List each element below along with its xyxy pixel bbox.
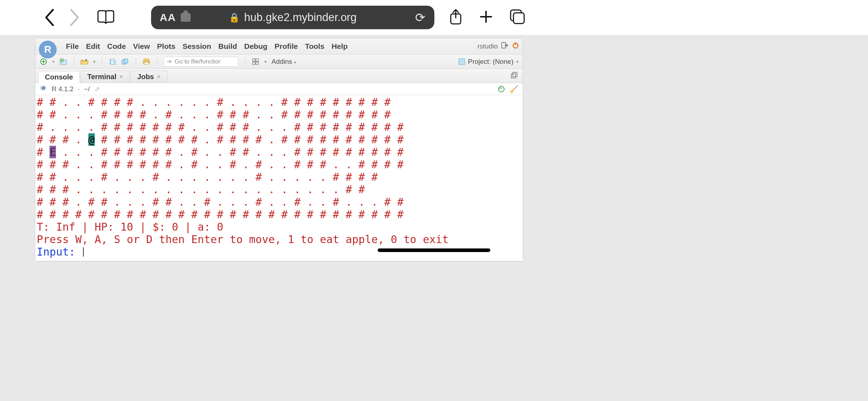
address-bar-left: AA xyxy=(160,11,191,24)
rstudio-name: rstudio xyxy=(477,42,498,50)
map-row: # # # . . . . . . . . . . . . . . . . . … xyxy=(37,183,521,196)
tab-terminal-label: Terminal xyxy=(87,73,117,81)
working-dir: ~/ xyxy=(84,85,90,93)
addins-menu[interactable]: Addins ▾ xyxy=(272,58,296,66)
lock-icon: 🔒 xyxy=(229,12,240,23)
map-row: # # . . # # # # . . . . . . # . . . . # … xyxy=(37,96,521,108)
console-status-bar: R R 4.1.2 · ~/ ⇗ 🧹 xyxy=(35,83,523,95)
menu-plots[interactable]: Plots xyxy=(157,42,175,51)
go-to-arrow-icon: ➔ xyxy=(167,58,172,65)
cursor xyxy=(83,247,84,257)
project-label: Project: (None) xyxy=(468,58,513,66)
clear-console-icon[interactable]: 🧹 xyxy=(510,85,518,93)
open-file-icon[interactable] xyxy=(81,58,88,66)
menu-profile[interactable]: Profile xyxy=(275,42,298,51)
svg-text:R: R xyxy=(42,86,45,91)
menu-debug[interactable]: Debug xyxy=(244,42,267,51)
svg-rect-19 xyxy=(144,59,149,61)
r-version: R 4.1.2 xyxy=(52,85,73,93)
svg-rect-22 xyxy=(253,59,255,61)
tab-console-label: Console xyxy=(45,73,73,81)
menu-edit[interactable]: Edit xyxy=(86,42,100,51)
project-selector[interactable]: Project: (None) ▾ xyxy=(459,58,518,66)
browser-toolbar: AA 🔒 hub.gke2.mybinder.org ⟳ xyxy=(0,0,868,35)
tab-terminal[interactable]: Terminal × xyxy=(81,71,130,83)
map-row: # # . . . # . . . # . . . . . . . # . . … xyxy=(37,171,521,183)
print-icon[interactable] xyxy=(143,58,150,66)
svg-rect-24 xyxy=(253,62,255,65)
workspace-panes-icon[interactable] xyxy=(252,58,259,66)
session-busy-icon xyxy=(498,86,505,92)
svg-rect-25 xyxy=(256,62,258,65)
extensions-button[interactable] xyxy=(181,13,191,22)
map-row: # # . . . # # # # . # . . . # # # . . # … xyxy=(37,108,521,121)
close-icon[interactable]: × xyxy=(119,73,123,81)
menu-code[interactable]: Code xyxy=(107,42,126,51)
save-all-icon[interactable] xyxy=(122,58,129,66)
rstudio-logo: R xyxy=(39,41,57,58)
power-icon[interactable] xyxy=(512,42,519,51)
svg-rect-26 xyxy=(511,74,516,78)
menu-file[interactable]: File xyxy=(66,42,79,51)
svg-rect-21 xyxy=(144,62,149,65)
menu-help[interactable]: Help xyxy=(331,42,348,51)
tool-bar: ▾ ▾ ➔ Go to file/functior ▾ Addi xyxy=(35,55,523,69)
menu-session[interactable]: Session xyxy=(182,42,211,51)
pane-popout-icon[interactable] xyxy=(511,72,518,80)
map-row: # # # . @ # # # # # # # # . # # # # . # … xyxy=(37,133,521,146)
back-button[interactable] xyxy=(37,5,62,30)
tab-jobs-label: Jobs xyxy=(137,73,154,81)
save-icon[interactable] xyxy=(109,58,117,66)
rstudio-window: R File Edit Code View Plots Session Buil… xyxy=(35,38,523,261)
address-bar[interactable]: AA 🔒 hub.gke2.mybinder.org ⟳ xyxy=(151,6,434,29)
url-display: 🔒 hub.gke2.mybinder.org xyxy=(229,11,356,24)
text-size-button[interactable]: AA xyxy=(160,11,176,24)
console-output[interactable]: # # . . # # # # . . . . . . # . . . . # … xyxy=(35,95,523,261)
game-help-line: Press W, A, S or D then Enter to move, 1… xyxy=(37,233,521,246)
session-info: rstudio xyxy=(477,42,519,51)
menu-build[interactable]: Build xyxy=(218,42,237,51)
reload-button[interactable]: ⟳ xyxy=(415,10,425,25)
menu-tools[interactable]: Tools xyxy=(305,42,324,51)
new-project-icon[interactable] xyxy=(60,58,67,66)
tab-jobs[interactable]: Jobs × xyxy=(130,71,167,83)
wd-arrow-icon[interactable]: ⇗ xyxy=(94,85,100,93)
menu-view[interactable]: View xyxy=(133,42,150,51)
new-file-icon[interactable] xyxy=(40,58,47,66)
tabs-button[interactable] xyxy=(509,9,526,26)
go-to-file-input[interactable]: ➔ Go to file/functior xyxy=(164,57,238,67)
map-row: # E . . . # # # # # # . # . . # # . . . … xyxy=(37,146,521,158)
reading-list-button[interactable] xyxy=(93,5,118,30)
pane-tabs: Console Terminal × Jobs × xyxy=(35,69,523,83)
tab-console[interactable]: Console xyxy=(38,71,80,83)
svg-rect-5 xyxy=(513,13,524,24)
svg-rect-23 xyxy=(256,59,258,61)
go-to-placeholder: Go to file/functior xyxy=(175,58,221,65)
menu-bar: R File Edit Code View Plots Session Buil… xyxy=(35,38,523,55)
game-status-line: T: Inf | HP: 10 | $: 0 | a: 0 xyxy=(37,221,521,233)
svg-rect-17 xyxy=(111,60,114,61)
project-icon xyxy=(459,58,465,65)
forward-button[interactable] xyxy=(62,5,87,30)
map-row: # # # . # # . . . # # . . # . . . # . . … xyxy=(37,196,521,208)
new-tab-button[interactable] xyxy=(479,9,494,26)
map-row: # # # . . # # # # # # . # . . # . # . . … xyxy=(37,158,521,171)
status-sep: · xyxy=(78,85,79,93)
sign-out-icon[interactable] xyxy=(501,42,508,50)
browser-right-tools xyxy=(449,8,526,27)
home-indicator xyxy=(378,248,490,252)
svg-rect-18 xyxy=(111,62,114,64)
share-button[interactable] xyxy=(449,8,463,27)
svg-rect-27 xyxy=(513,72,517,77)
map-row: # . . . . # # # # # # # . . # # # . . . … xyxy=(37,121,521,133)
url-text: hub.gke2.mybinder.org xyxy=(244,11,356,24)
map-row: # # # # # # # # # # # # # # # # # # # # … xyxy=(37,208,521,221)
r-logo-small: R xyxy=(40,85,47,93)
close-icon[interactable]: × xyxy=(157,73,161,81)
